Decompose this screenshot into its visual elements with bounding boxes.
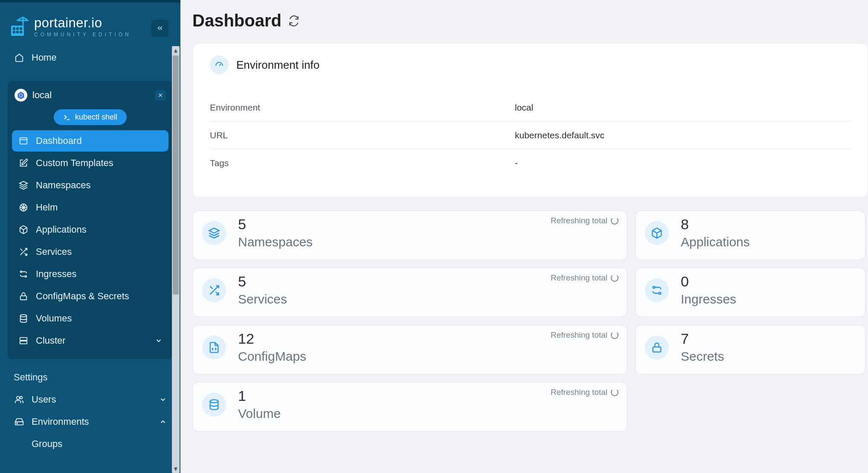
refreshing-badge: Refreshing total [551, 273, 618, 283]
card-label: Services [238, 292, 287, 307]
card-secrets[interactable]: 7 Secrets [635, 325, 865, 374]
info-value: kubernetes.default.svc [515, 130, 604, 140]
lock-icon [18, 292, 29, 301]
lock-icon [645, 336, 669, 359]
spinner-icon [611, 388, 618, 396]
sidebar-header: portainer.io COMMUNITY EDITION [0, 3, 180, 46]
environment-close-button[interactable] [155, 90, 166, 101]
sidebar-item-label: Volumes [36, 313, 72, 324]
info-row: URL kubernetes.default.svc [210, 122, 851, 149]
sidebar-item-configmaps-secrets[interactable]: ConfigMaps & Secrets [12, 286, 168, 307]
svg-point-33 [17, 397, 20, 400]
svg-marker-38 [209, 228, 219, 233]
environment-group: local kubectl shell Dashboard Custom [8, 81, 173, 359]
svg-rect-29 [20, 338, 27, 340]
panel-title: Environment info [236, 58, 319, 72]
file-code-icon [202, 336, 226, 359]
database-icon [202, 393, 226, 417]
sidebar-scroll[interactable]: Home local kubectl shell [0, 46, 180, 473]
sidebar-item-label: Groups [32, 438, 62, 450]
sidebar-item-label: Services [36, 246, 72, 257]
info-row: Tags - [210, 149, 851, 177]
svg-rect-13 [20, 138, 27, 144]
sidebar-scrollbar[interactable]: ▲ ▼ [172, 46, 180, 473]
sidebar-item-label: Cluster [36, 335, 66, 346]
sidebar-item-cluster[interactable]: Cluster [12, 330, 168, 351]
sidebar-item-label: Applications [36, 224, 87, 235]
svg-rect-2 [16, 27, 19, 30]
card-label: Volume [238, 406, 281, 421]
sidebar-item-label: Ingresses [36, 269, 76, 280]
sidebar: portainer.io COMMUNITY EDITION Home loca… [0, 0, 180, 473]
refresh-button[interactable] [288, 15, 299, 26]
page-title: Dashboard [192, 11, 868, 43]
brand-edition: COMMUNITY EDITION [34, 32, 131, 38]
collapse-sidebar-button[interactable] [151, 20, 168, 37]
settings-heading: Settings [8, 359, 173, 388]
spinner-icon [611, 331, 618, 339]
ingress-icon [18, 269, 29, 279]
svg-point-26 [25, 276, 27, 277]
sidebar-item-helm[interactable]: Helm [12, 197, 168, 218]
sidebar-item-groups[interactable]: Groups [8, 433, 173, 455]
info-value: - [515, 158, 518, 168]
card-label: ConfigMaps [238, 349, 306, 364]
sidebar-item-namespaces[interactable]: Namespaces [12, 175, 168, 196]
info-label: URL [210, 130, 515, 140]
info-value: local [515, 102, 533, 113]
sidebar-item-label: Helm [36, 202, 58, 213]
spinner-icon [611, 217, 618, 225]
environment-info-panel: Environment info Environment local URL k… [192, 43, 868, 198]
sidebar-item-label: Home [32, 52, 57, 63]
helm-icon [18, 203, 29, 212]
shuffle-icon [202, 278, 226, 302]
home-icon [14, 53, 25, 62]
svg-rect-30 [20, 341, 27, 344]
info-label: Tags [210, 158, 515, 168]
card-namespaces[interactable]: Refreshing total 5 Namespaces [192, 210, 627, 260]
kubectl-shell-button[interactable]: kubectl shell [54, 109, 127, 125]
card-applications[interactable]: 8 Applications [635, 210, 865, 260]
sidebar-item-label: Environments [32, 416, 89, 427]
scrollbar-thumb[interactable] [173, 55, 179, 295]
server-icon [18, 336, 29, 345]
card-ingresses[interactable]: 0 Ingresses [635, 268, 865, 317]
sidebar-item-users[interactable]: Users [8, 389, 173, 410]
sidebar-item-custom-templates[interactable]: Custom Templates [12, 152, 168, 174]
svg-point-34 [20, 397, 23, 399]
svg-marker-11 [18, 92, 24, 99]
svg-point-25 [20, 271, 22, 273]
scroll-up-arrow-icon[interactable]: ▲ [172, 46, 180, 55]
chevron-up-icon [159, 418, 167, 426]
sidebar-item-ingresses[interactable]: Ingresses [12, 263, 168, 285]
info-label: Environment [210, 102, 515, 113]
svg-rect-5 [16, 31, 19, 33]
card-label: Namespaces [238, 235, 313, 249]
environment-header: local [12, 85, 168, 107]
card-count: 0 [681, 274, 736, 289]
logo[interactable]: portainer.io COMMUNITY EDITION [9, 15, 131, 38]
svg-rect-27 [20, 296, 27, 300]
shell-button-label: kubectl shell [75, 113, 117, 122]
ingress-icon [645, 278, 669, 302]
sidebar-item-environments[interactable]: Environments [8, 411, 173, 432]
page-title-text: Dashboard [192, 11, 282, 30]
main-content: Dashboard Environment info Environment l… [180, 0, 868, 473]
sidebar-item-volumes[interactable]: Volumes [12, 308, 168, 329]
svg-rect-3 [20, 27, 22, 30]
database-icon [18, 314, 29, 323]
card-count: 7 [681, 331, 724, 346]
layers-icon [202, 221, 226, 245]
card-configmaps[interactable]: Refreshing total 12 ConfigMaps [192, 325, 627, 374]
card-volumes[interactable]: Refreshing total 1 Volume [192, 382, 627, 432]
brand-name: portainer.io [34, 15, 131, 31]
sidebar-item-label: ConfigMaps & Secrets [36, 291, 129, 302]
sidebar-item-dashboard[interactable]: Dashboard [12, 130, 168, 152]
shuffle-icon [18, 247, 29, 257]
sidebar-item-label: Namespaces [36, 180, 90, 191]
scroll-down-arrow-icon[interactable]: ▼ [172, 464, 180, 473]
sidebar-item-home[interactable]: Home [8, 47, 173, 68]
sidebar-item-services[interactable]: Services [12, 241, 168, 263]
sidebar-item-applications[interactable]: Applications [12, 219, 168, 240]
card-services[interactable]: Refreshing total 5 Services [192, 268, 627, 317]
